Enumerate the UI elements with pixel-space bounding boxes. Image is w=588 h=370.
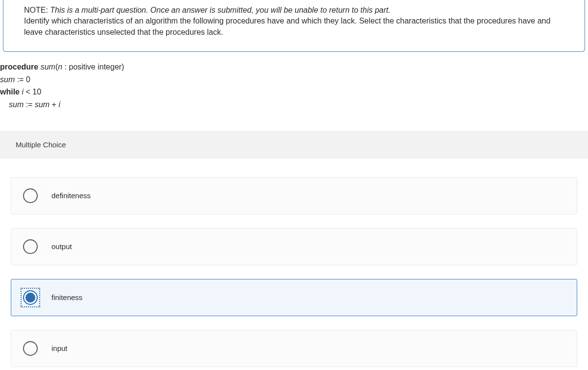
var-sum: sum — [0, 75, 17, 84]
plus-op: + — [52, 100, 59, 109]
assign-op: := — [26, 100, 35, 109]
option-output[interactable]: output — [11, 228, 577, 265]
var-i-rhs: i — [58, 100, 60, 109]
proc-param-type: : positive integer) — [65, 63, 124, 71]
procedure-line-4: sum := sum + i — [0, 98, 588, 111]
assign-zero: := 0 — [17, 75, 30, 84]
option-label: output — [51, 242, 72, 251]
procedure-line-1: procedure sum(n : positive integer) — [0, 61, 588, 73]
var-sum-lhs: sum — [9, 100, 26, 109]
option-label: definiteness — [51, 191, 91, 200]
option-definiteness[interactable]: definiteness — [11, 177, 577, 214]
note-body-text: Identify which characteristics of an alg… — [24, 17, 550, 36]
option-input[interactable]: input — [11, 330, 577, 367]
proc-name: sum — [41, 63, 55, 71]
cond-lt-10: < 10 — [25, 88, 41, 96]
keyword-procedure: procedure — [0, 63, 41, 71]
procedure-line-2: sum := 0 — [0, 73, 588, 86]
option-label: finiteness — [51, 293, 82, 301]
var-sum-rhs: sum — [35, 100, 52, 109]
note-label: NOTE: — [24, 6, 50, 14]
keyword-while: while — [0, 88, 22, 96]
proc-param-n: n — [58, 63, 64, 71]
question-note-box: NOTE: This is a multi-part question. Onc… — [3, 0, 585, 52]
radio-icon — [23, 341, 38, 356]
note-italic: This is a multi-part question. Once an a… — [50, 6, 391, 14]
option-finiteness[interactable]: finiteness — [11, 279, 577, 316]
radio-focus-ring — [21, 288, 40, 307]
multiple-choice-header: Multiple Choice — [0, 131, 588, 159]
procedure-block: procedure sum(n : positive integer) sum … — [0, 61, 588, 111]
radio-icon-selected — [23, 290, 38, 305]
radio-icon — [23, 188, 38, 203]
note-text: NOTE: This is a multi-part question. Onc… — [24, 5, 569, 38]
option-label: input — [51, 344, 68, 352]
procedure-line-3: while i < 10 — [0, 86, 588, 98]
radio-icon — [23, 239, 38, 254]
options-container: definiteness output finiteness input — [0, 177, 588, 367]
